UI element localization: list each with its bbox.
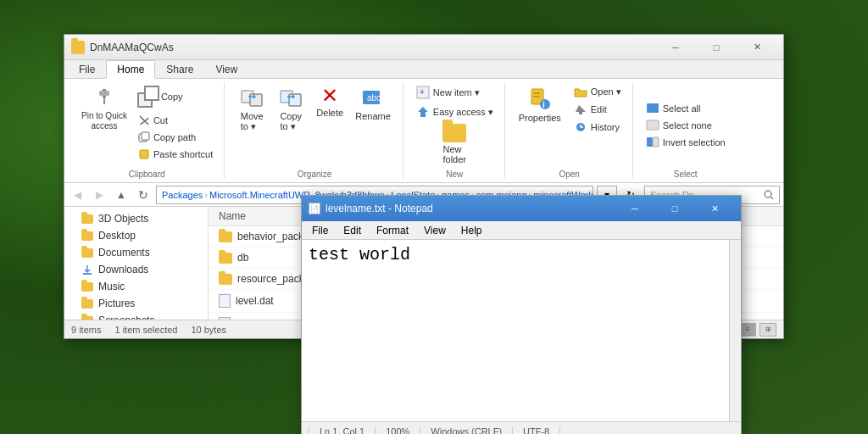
folder-icon-documents — [81, 248, 93, 258]
new-item-icon: + — [416, 86, 430, 99]
copy-to-icon — [279, 86, 303, 109]
new-sub-buttons: + New item ▾ Easy access ▾ — [412, 82, 498, 120]
copy-large-button[interactable]: Copy — [134, 82, 217, 111]
copy-icon — [137, 86, 159, 108]
properties-button[interactable]: i Properties — [514, 84, 566, 126]
svg-rect-16 — [533, 96, 540, 97]
edit-button[interactable]: Edit — [570, 102, 626, 117]
sidebar-item-pictures[interactable]: Pictures — [64, 295, 208, 312]
open-label: Open — [559, 168, 579, 179]
notepad-close-button[interactable]: ✕ — [695, 197, 734, 220]
refresh-button[interactable]: ↻ — [134, 186, 153, 204]
ribbon-group-clipboard: Pin to Quickaccess Copy Cut — [70, 82, 225, 179]
file-icon-behavior-packs — [219, 231, 232, 242]
invert-selection-icon — [646, 136, 659, 147]
notepad-menu-format[interactable]: Format — [370, 223, 415, 238]
notepad-minimize-button[interactable]: ─ — [615, 197, 654, 220]
notepad-menu-edit[interactable]: Edit — [337, 223, 368, 238]
copy-to-button[interactable]: Copyto ▾ — [272, 82, 309, 136]
clipboard-sub-group: Copy Cut Copy path Paste shortcut — [134, 82, 217, 162]
clipboard-label: Clipboard — [129, 168, 165, 179]
svg-rect-23 — [653, 137, 659, 147]
explorer-title-left: DnMAAMaQCwAs — [71, 41, 174, 54]
sidebar-item-downloads[interactable]: Downloads — [64, 261, 208, 278]
history-button[interactable]: History — [570, 120, 626, 135]
explorer-minimize-button[interactable]: ─ — [656, 36, 695, 59]
notepad-menu-help[interactable]: Help — [454, 223, 489, 238]
select-all-button[interactable]: Select all — [642, 101, 730, 115]
move-to-icon — [240, 86, 264, 109]
sidebar-item-documents[interactable]: Documents — [64, 244, 208, 261]
copy-to-label: Copyto ▾ — [280, 111, 302, 132]
view-grid-button[interactable]: ⊞ — [760, 323, 776, 337]
sidebar-item-screenshots[interactable]: Screenshots — [64, 312, 208, 320]
explorer-maximize-button[interactable]: □ — [697, 36, 736, 59]
copy-label: Copy — [161, 92, 183, 102]
notepad-maximize-button[interactable]: □ — [655, 197, 694, 220]
history-label: History — [591, 122, 620, 132]
folder-icon-music — [81, 282, 93, 292]
rename-button[interactable]: abc Rename — [350, 82, 396, 125]
copy-path-button[interactable]: Copy path — [134, 130, 217, 145]
open-button[interactable]: Open ▾ — [570, 84, 626, 99]
invert-selection-label: Invert selection — [663, 137, 726, 147]
easy-access-button[interactable]: Easy access ▾ — [412, 103, 498, 120]
notepad-content[interactable]: test world — [302, 240, 741, 421]
svg-text:i: i — [542, 100, 545, 109]
sidebar-item-desktop[interactable]: Desktop — [64, 227, 208, 244]
select-none-button[interactable]: Select none — [642, 118, 730, 132]
notepad-status-encoding: UTF-8 — [513, 426, 560, 435]
history-icon — [574, 121, 587, 133]
move-to-button[interactable]: Moveto ▾ — [233, 82, 270, 136]
ribbon-tabs: File Home Share View — [64, 60, 783, 79]
tab-home[interactable]: Home — [106, 60, 155, 79]
svg-point-17 — [540, 99, 550, 109]
paste-shortcut-label: Paste shortcut — [153, 149, 213, 159]
notepad-menu-file[interactable]: File — [305, 223, 335, 238]
sidebar: 3D Objects Desktop Documents Downloads M… — [64, 207, 209, 320]
folder-icon-desktop — [81, 231, 93, 241]
pin-icon — [92, 86, 116, 109]
file-icon-db — [219, 253, 232, 264]
svg-line-25 — [771, 197, 773, 199]
copy-path-icon — [138, 131, 150, 143]
tab-view[interactable]: View — [204, 60, 248, 78]
download-icon — [81, 264, 93, 275]
notepad-status-zoom: 100% — [376, 426, 420, 435]
sidebar-item-music[interactable]: Music — [64, 278, 208, 295]
select-all-label: Select all — [663, 103, 701, 114]
invert-selection-button[interactable]: Invert selection — [642, 135, 730, 149]
back-button[interactable]: ◀ — [68, 186, 86, 204]
sidebar-item-3d-objects[interactable]: 3D Objects — [64, 210, 208, 227]
forward-button[interactable]: ▶ — [90, 186, 108, 204]
new-item-button[interactable]: + New item ▾ — [412, 84, 498, 101]
select-none-icon — [646, 120, 659, 131]
delete-button[interactable]: ✕ Delete — [311, 82, 348, 121]
notepad-menu-view[interactable]: View — [417, 223, 453, 238]
status-size: 10 bytes — [191, 325, 226, 335]
tab-file[interactable]: File — [68, 60, 106, 78]
pin-to-quick-access-button[interactable]: Pin to Quickaccess — [76, 82, 132, 135]
new-folder-button[interactable]: Newfolder — [436, 120, 473, 168]
explorer-close-button[interactable]: ✕ — [737, 36, 776, 59]
easy-access-icon — [416, 105, 430, 119]
notepad-window-icon: 📄 — [309, 203, 320, 214]
open-label: Open ▾ — [591, 86, 621, 97]
edit-label: Edit — [591, 104, 607, 114]
paste-shortcut-button[interactable]: Paste shortcut — [134, 147, 217, 162]
tab-share[interactable]: Share — [155, 60, 204, 78]
folder-icon-screenshots — [81, 316, 93, 320]
up-button[interactable]: ▲ — [112, 186, 131, 204]
organize-label: Organize — [298, 168, 332, 179]
properties-icon: i — [528, 87, 552, 111]
svg-rect-21 — [647, 120, 659, 130]
ribbon-group-new: + New item ▾ Easy access ▾ Newfolder New — [405, 82, 505, 179]
notepad-scrollbar[interactable] — [729, 240, 741, 421]
new-label: New — [446, 168, 463, 179]
path-packages[interactable]: Packages — [162, 190, 203, 200]
svg-rect-7 — [250, 94, 262, 106]
view-list-button[interactable]: ≡ — [739, 323, 756, 337]
cut-button[interactable]: Cut — [134, 113, 217, 128]
svg-rect-2 — [103, 97, 105, 104]
status-selection: 1 item selected — [114, 325, 177, 335]
